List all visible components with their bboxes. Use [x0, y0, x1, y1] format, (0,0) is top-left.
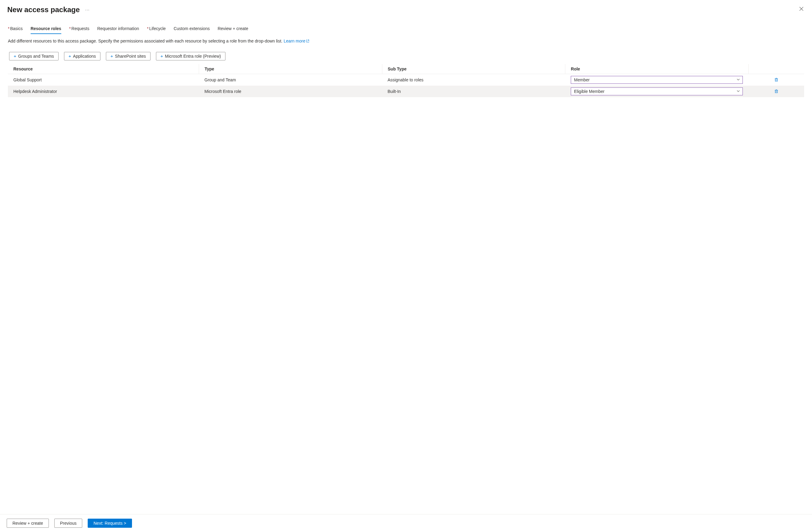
table-row: Helpdesk AdministratorMicrosoft Entra ro… — [8, 86, 804, 97]
role-dropdown-value: Eligible Member — [574, 89, 605, 94]
add-resource-buttons: +Groups and Teams+Applications+SharePoin… — [9, 52, 803, 60]
chevron-down-icon — [737, 78, 740, 82]
add-button-label: Microsoft Entra role (Preview) — [165, 54, 221, 59]
plus-icon: + — [111, 54, 113, 58]
tab-label: Review + create — [218, 26, 248, 31]
tab-requests[interactable]: *Requests — [69, 26, 89, 34]
plus-icon: + — [69, 54, 71, 58]
add-microsoft-entra-role-preview-button[interactable]: +Microsoft Entra role (Preview) — [156, 52, 226, 60]
tab-bar: *BasicsResource roles*RequestsRequestor … — [0, 14, 812, 34]
add-sharepoint-sites-button[interactable]: +SharePoint sites — [106, 52, 150, 60]
type-cell: Group and Team — [199, 74, 382, 86]
tab-label: Lifecycle — [149, 26, 166, 31]
delete-cell — [748, 86, 804, 97]
required-asterisk-icon: * — [147, 26, 148, 31]
tab-label: Custom extensions — [174, 26, 210, 31]
description-text: Add different resources to this access p… — [8, 38, 804, 44]
plus-icon: + — [160, 54, 163, 58]
delete-cell — [748, 74, 804, 86]
delete-row-button[interactable] — [773, 88, 779, 94]
tab-lifecycle[interactable]: *Lifecycle — [147, 26, 166, 34]
add-groups-and-teams-button[interactable]: +Groups and Teams — [9, 52, 59, 60]
col-header-resource[interactable]: Resource — [8, 64, 199, 74]
add-button-label: Applications — [73, 54, 96, 59]
delete-row-button[interactable] — [773, 77, 779, 83]
role-dropdown[interactable]: Member — [571, 76, 743, 84]
tab-label: Requestor information — [97, 26, 139, 31]
col-header-delete — [748, 64, 804, 74]
col-header-type[interactable]: Type — [199, 64, 382, 74]
external-link-icon — [306, 39, 309, 43]
col-header-subtype[interactable]: Sub Type — [382, 64, 565, 74]
required-asterisk-icon: * — [8, 26, 10, 31]
role-cell: Member — [565, 74, 749, 86]
trash-icon — [774, 89, 779, 94]
learn-more-link[interactable]: Learn more — [284, 39, 310, 43]
next-button[interactable]: Next: Requests > — [88, 519, 132, 528]
trash-icon — [774, 78, 779, 82]
subtype-cell: Assignable to roles — [382, 74, 565, 86]
tab-resource-roles[interactable]: Resource roles — [31, 26, 61, 34]
wizard-footer: Review + create Previous Next: Requests … — [0, 514, 812, 532]
close-icon — [799, 7, 803, 11]
table-row: Global SupportGroup and TeamAssignable t… — [8, 74, 804, 86]
chevron-down-icon — [737, 89, 740, 94]
svg-rect-7 — [775, 90, 778, 93]
resource-roles-table: Resource Type Sub Type Role Global Suppo… — [8, 64, 804, 97]
description-body: Add different resources to this access p… — [8, 39, 284, 43]
type-cell: Microsoft Entra role — [199, 86, 382, 97]
tab-review-create[interactable]: Review + create — [218, 26, 248, 34]
role-dropdown[interactable]: Eligible Member — [571, 87, 743, 95]
required-asterisk-icon: * — [69, 26, 71, 31]
add-button-label: Groups and Teams — [18, 54, 54, 59]
col-header-role[interactable]: Role — [565, 64, 749, 74]
tab-basics[interactable]: *Basics — [8, 26, 23, 34]
tab-label: Basics — [10, 26, 23, 31]
role-dropdown-value: Member — [574, 78, 590, 82]
more-icon[interactable]: ··· — [85, 8, 90, 12]
previous-button[interactable]: Previous — [54, 519, 82, 528]
resource-cell: Global Support — [8, 74, 199, 86]
review-create-button[interactable]: Review + create — [7, 519, 49, 528]
add-button-label: SharePoint sites — [115, 54, 146, 59]
role-cell: Eligible Member — [565, 86, 749, 97]
subtype-cell: Built-In — [382, 86, 565, 97]
tab-custom-extensions[interactable]: Custom extensions — [174, 26, 210, 34]
tab-requestor-information[interactable]: Requestor information — [97, 26, 139, 34]
add-applications-button[interactable]: +Applications — [64, 52, 100, 60]
close-button[interactable] — [798, 5, 805, 12]
resource-cell: Helpdesk Administrator — [8, 86, 199, 97]
page-title: New access package — [7, 5, 80, 14]
plus-icon: + — [14, 54, 16, 58]
svg-rect-2 — [775, 79, 778, 81]
tab-label: Requests — [71, 26, 89, 31]
tab-label: Resource roles — [31, 26, 61, 31]
